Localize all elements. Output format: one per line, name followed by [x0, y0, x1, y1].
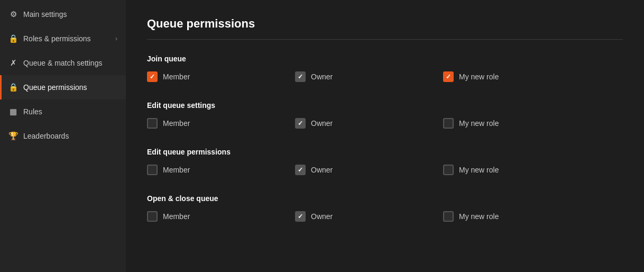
checkbox-ocq-owner[interactable]: ✓ — [295, 211, 306, 222]
permission-item-eqs-member[interactable]: Member — [147, 118, 295, 129]
checkbox-eqs-my-new-role[interactable] — [443, 118, 454, 129]
checkmark-icon: ✓ — [150, 74, 155, 80]
permission-row-edit-queue-permissions: Member✓OwnerMy new role — [147, 165, 623, 175]
section-open-close-queue: Open & close queueMember✓OwnerMy new rol… — [147, 194, 623, 222]
section-edit-queue-settings: Edit queue settingsMember✓OwnerMy new ro… — [147, 101, 623, 129]
sidebar-item-label: Roles & permissions — [23, 34, 110, 43]
checkbox-eqs-owner[interactable]: ✓ — [295, 118, 306, 129]
permission-item-ocq-member[interactable]: Member — [147, 211, 295, 222]
sidebar-item-leaderboards[interactable]: 🏆Leaderboards — [0, 124, 126, 148]
rules-icon: ▦ — [8, 107, 18, 116]
checkbox-join-my-new-role[interactable]: ✓ — [443, 71, 454, 82]
page-title: Queue permissions — [147, 17, 623, 31]
permission-label-eqp-member: Member — [163, 166, 190, 174]
permission-label-ocq-owner: Owner — [311, 212, 333, 221]
permission-label-eqp-owner: Owner — [311, 166, 333, 174]
permission-row-open-close-queue: Member✓OwnerMy new role — [147, 211, 623, 222]
checkbox-eqs-member[interactable] — [147, 118, 158, 129]
main-settings-icon: ⚙ — [8, 10, 18, 19]
sidebar-item-queue-permissions[interactable]: 🔒Queue permissions — [0, 75, 126, 99]
checkmark-icon: ✓ — [298, 213, 303, 220]
sidebar-item-roles-permissions[interactable]: 🔒Roles & permissions› — [0, 26, 126, 51]
checkmark-icon: ✓ — [298, 74, 303, 80]
permission-item-eqp-owner[interactable]: ✓Owner — [295, 165, 443, 175]
permission-item-eqp-member[interactable]: Member — [147, 165, 295, 175]
checkmark-icon: ✓ — [298, 120, 303, 126]
sidebar: ⚙Main settings🔒Roles & permissions›✗Queu… — [0, 0, 126, 272]
permission-item-join-my-new-role[interactable]: ✓My new role — [443, 71, 591, 82]
permission-item-join-owner[interactable]: ✓Owner — [295, 71, 443, 82]
section-title-join-queue: Join queue — [147, 55, 623, 63]
main-content: Queue permissions Join queue✓Member✓Owne… — [126, 0, 644, 272]
checkbox-join-owner[interactable]: ✓ — [295, 71, 306, 82]
checkbox-eqp-my-new-role[interactable] — [443, 165, 454, 175]
permission-item-eqs-my-new-role[interactable]: My new role — [443, 118, 591, 129]
sidebar-item-rules[interactable]: ▦Rules — [0, 99, 126, 124]
checkmark-icon: ✓ — [298, 167, 303, 173]
permission-row-join-queue: ✓Member✓Owner✓My new role — [147, 71, 623, 82]
permission-label-ocq-my-new-role: My new role — [459, 212, 499, 221]
leaderboards-icon: 🏆 — [8, 131, 18, 141]
section-title-edit-queue-permissions: Edit queue permissions — [147, 148, 623, 156]
checkbox-eqp-owner[interactable]: ✓ — [295, 165, 306, 175]
permission-label-eqs-member: Member — [163, 119, 190, 128]
permission-label-ocq-member: Member — [163, 212, 190, 221]
section-edit-queue-permissions: Edit queue permissionsMember✓OwnerMy new… — [147, 148, 623, 175]
sidebar-item-label: Queue permissions — [23, 83, 117, 92]
sidebar-item-queue-match-settings[interactable]: ✗Queue & match settings — [0, 51, 126, 75]
permission-label-eqs-my-new-role: My new role — [459, 119, 499, 128]
permission-label-join-my-new-role: My new role — [459, 72, 499, 81]
queue-match-settings-icon: ✗ — [8, 58, 18, 68]
permission-row-edit-queue-settings: Member✓OwnerMy new role — [147, 118, 623, 129]
sidebar-item-main-settings[interactable]: ⚙Main settings — [0, 2, 126, 26]
permission-label-eqs-owner: Owner — [311, 119, 333, 128]
section-join-queue: Join queue✓Member✓Owner✓My new role — [147, 55, 623, 82]
title-divider — [147, 39, 623, 40]
permission-label-join-member: Member — [163, 72, 190, 81]
permissions-container: Join queue✓Member✓Owner✓My new roleEdit … — [147, 55, 623, 222]
section-title-open-close-queue: Open & close queue — [147, 194, 623, 203]
checkbox-eqp-member[interactable] — [147, 165, 158, 175]
sidebar-item-label: Queue & match settings — [23, 59, 117, 67]
sidebar-item-label: Rules — [23, 107, 117, 116]
permission-item-eqs-owner[interactable]: ✓Owner — [295, 118, 443, 129]
sidebar-item-label: Main settings — [23, 10, 117, 19]
checkmark-icon: ✓ — [446, 74, 451, 80]
permission-item-join-member[interactable]: ✓Member — [147, 71, 295, 82]
chevron-right-icon: › — [115, 35, 117, 42]
queue-permissions-icon: 🔒 — [8, 83, 18, 92]
permission-item-eqp-my-new-role[interactable]: My new role — [443, 165, 591, 175]
permission-label-eqp-my-new-role: My new role — [459, 166, 499, 174]
permission-item-ocq-owner[interactable]: ✓Owner — [295, 211, 443, 222]
checkbox-ocq-my-new-role[interactable] — [443, 211, 454, 222]
checkbox-join-member[interactable]: ✓ — [147, 71, 158, 82]
permission-label-join-owner: Owner — [311, 72, 333, 81]
permission-item-ocq-my-new-role[interactable]: My new role — [443, 211, 591, 222]
roles-permissions-icon: 🔒 — [8, 34, 18, 43]
sidebar-item-label: Leaderboards — [23, 132, 117, 140]
section-title-edit-queue-settings: Edit queue settings — [147, 101, 623, 110]
checkbox-ocq-member[interactable] — [147, 211, 158, 222]
